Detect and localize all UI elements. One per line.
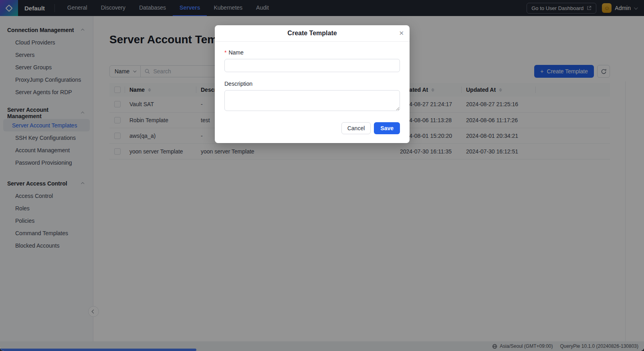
description-field[interactable] xyxy=(224,90,400,111)
name-field-label: * Name xyxy=(224,49,400,56)
create-template-modal: Create Template ✕ * Name Description Can… xyxy=(215,25,410,143)
description-field-label: Description xyxy=(224,81,400,87)
close-icon[interactable]: ✕ xyxy=(399,25,404,41)
required-asterisk: * xyxy=(224,49,226,56)
cancel-button[interactable]: Cancel xyxy=(341,122,371,134)
modal-title: Create Template xyxy=(287,30,337,37)
app-window: Default General Discovery Databases Serv… xyxy=(0,0,644,351)
name-field[interactable] xyxy=(224,59,400,72)
save-button[interactable]: Save xyxy=(374,122,400,134)
